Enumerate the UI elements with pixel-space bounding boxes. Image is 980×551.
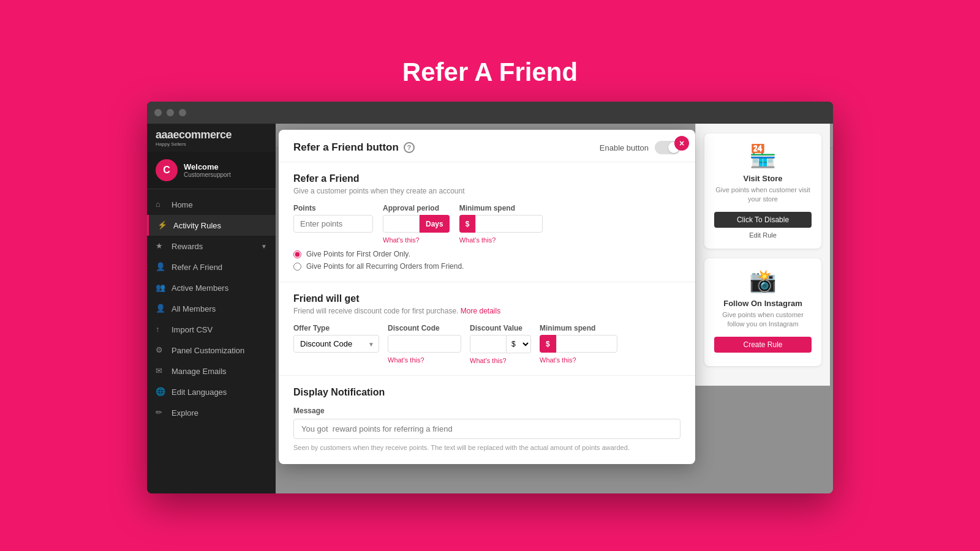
offer-fields: Offer Type Discount Code Free Shipping F… (293, 324, 680, 364)
friend-desc-text: Friend will receive discount code for fi… (293, 307, 458, 315)
modal-header: Refer a Friend button ? Enable button (279, 130, 695, 162)
visit-store-desc: Give points when customer visit your sto… (714, 186, 812, 204)
friend-min-spend-row: $ (540, 335, 617, 353)
user-avatar: C (156, 159, 178, 181)
notification-inner: Message Seen by customers when they rece… (293, 407, 680, 453)
visit-store-icon: 🏪 (714, 143, 812, 169)
browser-dot-2 (167, 109, 174, 116)
days-button[interactable]: Days (420, 215, 450, 233)
discount-code-input[interactable] (388, 335, 461, 353)
follow-instagram-title: Follow On Instagram (714, 299, 812, 308)
home-icon: ⌂ (156, 200, 165, 209)
radio-recurring-input[interactable] (293, 263, 301, 271)
min-spend-label: Minimum spend (459, 204, 543, 212)
star-icon: ★ (156, 241, 165, 251)
help-icon[interactable]: ? (404, 142, 415, 153)
close-icon: × (679, 139, 684, 148)
more-details-link[interactable]: More details (461, 307, 500, 315)
browser-toolbar (147, 102, 833, 124)
modal-title-row: Refer a Friend button ? (293, 141, 415, 154)
refer-section: Refer a Friend Give a customer points wh… (279, 162, 695, 282)
friend-min-spend-input[interactable] (556, 335, 617, 353)
radio-first-order-input[interactable] (293, 250, 301, 258)
sidebar-item-rewards[interactable]: ★ Rewards ▼ (147, 236, 276, 257)
refer-section-title: Refer a Friend (293, 173, 680, 184)
discount-value-label: Discount Value (470, 324, 531, 332)
discount-value-input[interactable] (470, 335, 507, 353)
sidebar-item-label: Rewards (172, 242, 203, 251)
sidebar-item-active-members[interactable]: 👥 Active Members (147, 277, 276, 298)
approval-field-group: Approval period 0 Days What's this? (383, 204, 450, 244)
visit-store-title: Visit Store (714, 174, 812, 183)
browser-window: aaaecommerce Happy Sellers C Welcome Cus… (147, 102, 833, 493)
sidebar-item-explore[interactable]: ✏ Explore (147, 402, 276, 423)
sidebar-item-home[interactable]: ⌂ Home (147, 194, 276, 215)
follow-instagram-card: 📸 Follow On Instagram Give points when c… (704, 258, 821, 366)
sidebar-item-label: Home (172, 200, 193, 209)
friend-min-spend-what-this[interactable]: What's this? (540, 356, 617, 364)
radio-recurring-label: Give Points for all Recurring Orders fro… (306, 262, 464, 271)
right-panel: 🏪 Visit Store Give points when customer … (695, 124, 830, 386)
friend-min-spend-label: Minimum spend (540, 324, 617, 332)
notification-message-input[interactable] (293, 419, 680, 439)
brand-text: Welcome Customersupport (184, 162, 231, 178)
sidebar-item-label: All Members (172, 304, 216, 313)
notification-hint: Seen by customers when they receive poin… (293, 443, 680, 453)
radio-recurring[interactable]: Give Points for all Recurring Orders fro… (293, 262, 680, 271)
notification-title: Display Notification (293, 387, 680, 398)
days-group: 0 Days (383, 215, 450, 233)
sidebar: aaaecommerce Happy Sellers C Welcome Cus… (147, 124, 276, 493)
language-icon: 🌐 (156, 387, 165, 397)
sidebar-item-label: Edit Languages (172, 388, 227, 397)
user-plus-icon: 👤 (156, 262, 165, 272)
sidebar-item-refer-a-friend[interactable]: 👤 Refer A Friend (147, 257, 276, 277)
min-spend-input[interactable] (475, 215, 543, 233)
offer-type-group: Offer Type Discount Code Free Shipping F… (293, 324, 379, 353)
friend-section: Friend will get Friend will receive disc… (279, 282, 695, 376)
sidebar-item-import-csv[interactable]: ↑ Import CSV (147, 319, 276, 340)
sidebar-item-all-members[interactable]: 👤 All Members (147, 298, 276, 319)
follow-instagram-desc: Give points when customer follow you on … (714, 310, 812, 329)
notification-message-field: Message Seen by customers when they rece… (293, 407, 680, 453)
friend-min-spend-symbol[interactable]: $ (540, 335, 556, 353)
upload-icon: ↑ (156, 324, 165, 334)
offer-type-select[interactable]: Discount Code Free Shipping Fixed Amount (293, 335, 379, 353)
friend-min-spend-group: Minimum spend $ What's this? (540, 324, 617, 364)
sidebar-item-label: Panel Customization (172, 346, 244, 355)
click-to-disable-button[interactable]: Click To Disable (714, 212, 812, 228)
points-field-group: Points (293, 204, 373, 233)
chevron-down-icon: ▼ (261, 243, 267, 250)
bolt-icon: ⚡ (157, 220, 167, 230)
discount-currency-select[interactable]: $ % (507, 335, 531, 353)
currency-symbol-button[interactable]: $ (459, 215, 476, 233)
radio-first-order[interactable]: Give Points for First Order Only. (293, 250, 680, 258)
gear-icon: ⚙ (156, 345, 165, 355)
discount-value-row: $ % (470, 335, 531, 353)
refer-friend-modal: × Refer a Friend button ? Enable button (279, 130, 695, 464)
sidebar-brand: C Welcome Customersupport (147, 152, 276, 189)
page-title: Refer A Friend (402, 58, 578, 87)
sidebar-item-activity-rules[interactable]: ⚡ Activity Rules (147, 215, 276, 236)
friend-section-title: Friend will get (293, 293, 680, 304)
sidebar-item-label: Activity Rules (173, 221, 221, 230)
discount-value-group: Discount Value $ % What's this? (470, 324, 531, 364)
radio-group: Give Points for First Order Only. Give P… (293, 250, 680, 271)
refer-fields-row: Points Approval period 0 Days What's thi… (293, 204, 680, 244)
approval-label: Approval period (383, 204, 450, 212)
create-rule-button[interactable]: Create Rule (714, 337, 812, 353)
min-spend-field-group: Minimum spend $ What's this? (459, 204, 543, 244)
discount-code-what-this[interactable]: What's this? (388, 356, 461, 364)
sidebar-item-panel-customization[interactable]: ⚙ Panel Customization (147, 340, 276, 361)
approval-input[interactable]: 0 (383, 215, 420, 233)
sidebar-item-edit-languages[interactable]: 🌐 Edit Languages (147, 381, 276, 402)
modal-close-button[interactable]: × (674, 136, 689, 151)
sidebar-item-label: Explore (172, 408, 198, 418)
points-label: Points (293, 204, 373, 212)
edit-rule-link[interactable]: Edit Rule (714, 231, 812, 239)
points-input[interactable] (293, 215, 373, 233)
discount-value-what-this[interactable]: What's this? (470, 357, 531, 364)
main-area: Loyalty Rewards + Referral Points 💰 Pric… (276, 124, 833, 493)
sidebar-item-manage-emails[interactable]: ✉ Manage Emails (147, 361, 276, 381)
min-spend-what-this[interactable]: What's this? (459, 236, 543, 244)
approval-what-this[interactable]: What's this? (383, 236, 450, 244)
